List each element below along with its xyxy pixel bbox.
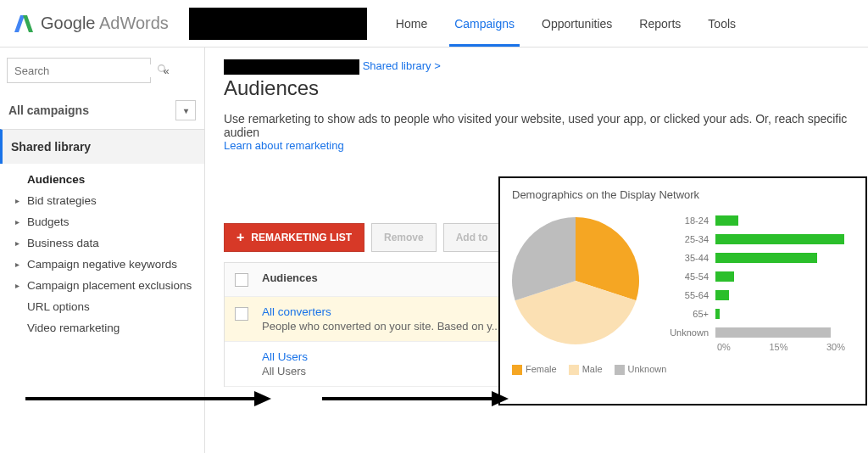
sidebar-item-audiences[interactable]: Audiences: [15, 169, 204, 190]
sidebar-item-label: Budgets: [27, 215, 70, 228]
annotation-arrow-icon: [25, 386, 271, 411]
audience-link[interactable]: All converters: [262, 305, 501, 318]
remove-button[interactable]: Remove: [371, 223, 437, 252]
pie-legend: Female Male Unknown: [512, 364, 854, 375]
button-label: REMARKETING LIST: [251, 232, 352, 243]
bar-label: 35-44: [665, 253, 709, 263]
sidebar-item-placement-exclusions[interactable]: ▸Campaign placement exclusions: [15, 275, 204, 296]
sidebar-item-label: Campaign placement exclusions: [27, 279, 192, 292]
bar-fill: [715, 253, 817, 263]
nav-opportunities[interactable]: Opportunities: [528, 2, 626, 46]
caret-icon: ▸: [15, 217, 24, 226]
chevron-down-icon[interactable]: ▾: [175, 100, 196, 120]
sidebar-item-negative-keywords[interactable]: ▸Campaign negative keywords: [15, 254, 204, 275]
age-bar-chart: 18-2425-3435-4445-5455-6465+Unknown 0% 1…: [665, 211, 854, 352]
shared-library-list: Audiences ▸Bid strategies ▸Budgets ▸Busi…: [0, 164, 204, 338]
bar-fill: [715, 327, 831, 338]
svg-marker-5: [492, 391, 509, 406]
breadcrumb: Shared library >: [224, 59, 868, 75]
audience-subtext: All Users: [262, 365, 308, 378]
axis-ticks: 0% 15% 30%: [717, 342, 854, 352]
breadcrumb-link[interactable]: Shared library: [363, 59, 431, 72]
bar-fill: [715, 290, 729, 300]
caret-icon: ▸: [15, 196, 24, 205]
sidebar-item-label: URL options: [27, 300, 90, 313]
nav-reports[interactable]: Reports: [626, 2, 694, 46]
select-all-checkbox[interactable]: [235, 273, 248, 287]
sidebar-item-bid-strategies[interactable]: ▸Bid strategies: [15, 190, 204, 211]
nav-campaigns[interactable]: Campaigns: [441, 2, 528, 46]
sidebar-item-label: Business data: [27, 237, 99, 249]
sidebar-item-label: Audiences: [27, 173, 85, 186]
nav-home[interactable]: Home: [382, 2, 441, 46]
demographics-title: Demographics on the Display Network: [512, 188, 854, 201]
bar-row: 35-44: [665, 249, 854, 267]
svg-marker-3: [254, 391, 271, 406]
adwords-logo-icon: [12, 13, 34, 35]
search-input[interactable]: [14, 64, 157, 77]
audience-subtext: People who converted on your site. Based…: [262, 320, 501, 333]
audience-link[interactable]: All Users: [262, 350, 308, 363]
sidebar-item-label: Bid strategies: [27, 194, 97, 207]
sidebar-item-budgets[interactable]: ▸Budgets: [15, 211, 204, 232]
bar-label: 65+: [665, 309, 709, 319]
row-checkbox[interactable]: [235, 307, 248, 321]
collapse-sidebar-button[interactable]: «: [156, 64, 176, 77]
search-box[interactable]: [7, 58, 151, 83]
sidebar-item-label: Video remarketing: [27, 322, 120, 334]
sidebar-item-business-data[interactable]: ▸Business data: [15, 232, 204, 254]
plus-icon: +: [236, 230, 244, 245]
caret-icon: ▸: [15, 260, 24, 269]
bar-row: 45-54: [665, 267, 854, 286]
all-campaigns-label: All campaigns: [8, 103, 89, 117]
sidebar-item-url-options[interactable]: URL options: [15, 296, 204, 317]
bar-label: Unknown: [665, 327, 709, 338]
demographics-panel: Demographics on the Display Network 18-2…: [498, 176, 867, 405]
page-title: Audiences: [224, 76, 868, 100]
shared-library-section[interactable]: Shared library: [0, 129, 204, 164]
top-bar: Google AdWords Home Campaigns Opportunit…: [0, 0, 868, 48]
bar-fill: [715, 271, 734, 282]
annotation-arrow-icon: [322, 386, 509, 411]
all-campaigns-row[interactable]: All campaigns ▾: [0, 92, 204, 129]
add-to-button[interactable]: Add to: [443, 223, 501, 252]
breadcrumb-redacted: [224, 59, 359, 75]
bar-label: 45-54: [665, 271, 709, 282]
bar-fill: [715, 215, 738, 226]
caret-icon: ▸: [15, 281, 24, 290]
gender-pie-chart: [512, 217, 656, 347]
bar-row: 25-34: [665, 230, 854, 249]
bar-row: Unknown: [665, 323, 854, 342]
bar-label: 25-34: [665, 234, 709, 244]
nav-tools[interactable]: Tools: [694, 2, 749, 46]
bar-row: 65+: [665, 305, 854, 323]
bar-fill: [715, 309, 720, 319]
brand-text: Google AdWords: [41, 14, 169, 33]
sidebar-item-video-remarketing[interactable]: Video remarketing: [15, 317, 204, 338]
bar-row: 18-24: [665, 211, 854, 230]
breadcrumb-sep: >: [431, 59, 441, 72]
bar-label: 55-64: [665, 290, 709, 300]
main-content: Shared library > Audiences Use remarketi…: [205, 48, 868, 453]
sidebar-item-label: Campaign negative keywords: [27, 258, 177, 271]
account-selector-redacted[interactable]: [189, 8, 367, 40]
learn-link[interactable]: Learn about remarketing: [224, 139, 868, 152]
brand-logo: Google AdWords: [12, 13, 169, 35]
caret-icon: ▸: [15, 238, 24, 248]
remarketing-list-button[interactable]: + REMARKETING LIST: [224, 223, 364, 252]
bar-row: 55-64: [665, 286, 854, 305]
bar-fill: [715, 234, 844, 244]
bar-label: 18-24: [665, 215, 709, 226]
top-nav: Home Campaigns Opportunities Reports Too…: [382, 2, 749, 46]
column-header-audiences[interactable]: Audiences: [262, 271, 318, 284]
page-description: Use remarketing to show ads to people wh…: [224, 112, 868, 139]
